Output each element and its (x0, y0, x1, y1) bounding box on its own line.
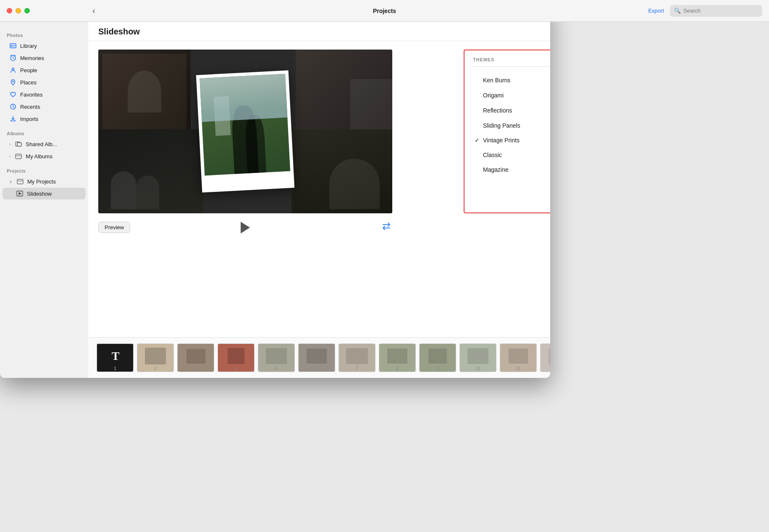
theme-item-ken-burns[interactable]: Ken Burns (473, 73, 550, 87)
theme-label: Origami (483, 92, 550, 99)
svg-rect-6 (17, 143, 21, 146)
close-button[interactable] (7, 8, 12, 13)
slide-number: 6 (299, 366, 335, 371)
people-icon (9, 66, 17, 74)
sidebar-item-people[interactable]: People (3, 64, 86, 76)
theme-item-origami[interactable]: Origami (473, 87, 550, 104)
sidebar-item-label: People (20, 67, 37, 73)
slide-preview (500, 344, 536, 368)
slide-number: 1 (97, 366, 133, 371)
slide-number: 9 (420, 366, 456, 371)
library-icon (9, 42, 17, 50)
film-slide-1[interactable]: T 1 (97, 343, 134, 372)
sidebar-item-places[interactable]: Places (3, 76, 86, 88)
sidebar-item-my-albums[interactable]: › My Albums (3, 150, 86, 162)
filmstrip: T 1 2 3 4 5 (88, 337, 550, 378)
sidebar-item-label: Library (20, 43, 37, 49)
film-slide-8[interactable]: 8 (379, 343, 416, 372)
slide-number: 10 (460, 366, 496, 371)
svg-point-3 (13, 81, 14, 82)
window-title: Projects (373, 8, 396, 14)
preview-button[interactable]: Preview (98, 222, 130, 233)
theme-item-magazine[interactable]: Magazine (473, 163, 550, 176)
traffic-lights (7, 8, 30, 13)
favorites-icon (9, 91, 17, 98)
my-albums-icon (15, 152, 22, 160)
film-slide-7[interactable]: 7 (339, 343, 375, 372)
my-projects-icon (16, 178, 24, 185)
theme-item-reflections[interactable]: Reflections (473, 104, 550, 117)
film-slide-2[interactable]: 2 (137, 343, 174, 372)
sidebar-item-label: Places (20, 79, 37, 86)
controls-row: Preview (98, 222, 392, 233)
sidebar-item-label: Recents (20, 104, 40, 110)
collage-photo-br (291, 129, 392, 213)
film-slide-3[interactable]: 3 (177, 343, 214, 372)
sidebar-item-recents[interactable]: Recents (3, 101, 86, 113)
slide-preview (137, 344, 173, 368)
sidebar-item-label: Imports (20, 116, 38, 122)
film-slide-12[interactable]: 12 (540, 343, 550, 372)
theme-label: Reflections (483, 107, 550, 114)
theme-item-classic[interactable]: Classic (473, 147, 550, 163)
theme-label: Ken Burns (483, 77, 550, 84)
sidebar-item-memories[interactable]: Memories (3, 52, 86, 64)
back-button[interactable]: ‹ (92, 6, 95, 16)
maximize-button[interactable] (24, 8, 30, 13)
slide-number: 5 (258, 366, 294, 371)
sidebar-section-albums: Albums (0, 125, 88, 138)
main-content: Slideshow 12 slides · 3:50m (88, 0, 550, 378)
sidebar-item-label: My Albums (26, 153, 52, 160)
sidebar: Photos Library Memories (0, 0, 88, 378)
themes-title: THEMES (473, 57, 550, 62)
slideshow-icon (16, 190, 24, 197)
sidebar-item-favorites[interactable]: Favorites (3, 89, 86, 100)
sidebar-item-my-projects[interactable]: ∨ My Projects (3, 176, 86, 187)
svg-rect-9 (17, 179, 23, 184)
theme-item-sliding-panels[interactable]: Sliding Panels (473, 117, 550, 134)
play-button[interactable] (241, 222, 250, 233)
theme-item-vintage-prints[interactable]: ✓ Vintage Prints (473, 134, 550, 147)
sidebar-section-projects: Projects (0, 162, 88, 175)
sidebar-item-label: My Projects (27, 178, 56, 185)
sidebar-section-photos: Photos (0, 27, 88, 39)
svg-point-1 (11, 45, 13, 47)
slide-title-indicator: T (97, 344, 134, 368)
collage-photo-tr (296, 50, 392, 134)
title-bar: ‹ Projects Export 🔍 (0, 0, 550, 22)
svg-point-2 (12, 68, 14, 70)
film-slide-6[interactable]: 6 (298, 343, 335, 372)
slide-preview (541, 344, 550, 368)
sidebar-item-imports[interactable]: Imports (3, 113, 86, 125)
preview-section: Preview (98, 50, 455, 329)
recents-icon (9, 103, 17, 110)
themes-divider (473, 66, 550, 67)
sidebar-item-label: Memories (20, 55, 44, 61)
film-slide-10[interactable]: 10 (459, 343, 496, 372)
theme-label: Classic (483, 152, 550, 158)
slide-number: 3 (178, 366, 214, 371)
sidebar-item-library[interactable]: Library (3, 40, 86, 52)
slide-preview (258, 344, 294, 368)
film-slide-9[interactable]: 9 (419, 343, 456, 372)
theme-label: Vintage Prints (483, 137, 550, 144)
content-area: Preview THEMES Ken Burns (88, 41, 550, 337)
main-header: Slideshow 12 slides · 3:50m (88, 22, 550, 41)
expand-icon: › (9, 142, 10, 147)
collage-photo-tl (98, 50, 191, 134)
slide-preview (299, 344, 335, 368)
slide-number: 2 (137, 366, 173, 371)
film-slide-5[interactable]: 5 (258, 343, 295, 372)
preview-themes-row: Preview THEMES Ken Burns (98, 50, 550, 329)
sidebar-item-shared-albums[interactable]: › Shared Alb... (3, 138, 86, 150)
imports-icon (9, 115, 17, 123)
film-slide-4[interactable]: 4 (218, 343, 255, 372)
expand-icon: ∨ (9, 179, 12, 184)
film-slide-11[interactable]: 11 (500, 343, 537, 372)
memories-icon (9, 54, 17, 62)
repeat-button[interactable] (381, 220, 392, 235)
sidebar-item-slideshow[interactable]: Slideshow (3, 188, 86, 199)
photo-preview[interactable] (98, 50, 392, 213)
minimize-button[interactable] (16, 8, 21, 13)
sidebar-item-label: Favorites (20, 92, 42, 98)
